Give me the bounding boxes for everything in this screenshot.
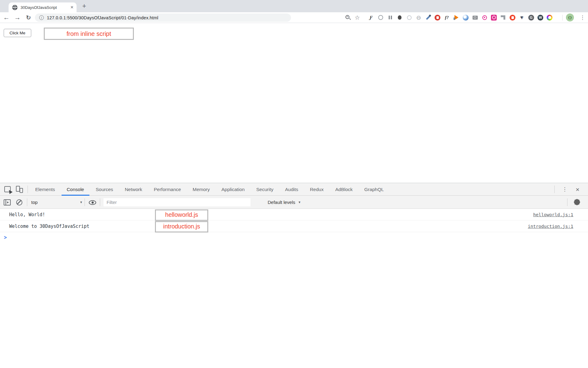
w-circle-icon-glyph: W	[539, 16, 542, 19]
font-question-icon-glyph: f?	[445, 15, 449, 20]
pink-flower-icon[interactable]	[481, 14, 488, 21]
devtools-tab-bar: ElementsConsoleSourcesNetworkPerformance…	[0, 183, 588, 196]
clear-console-icon[interactable]	[16, 199, 22, 205]
devtools-tab-console[interactable]: Console	[61, 183, 90, 196]
devtools-tab-security[interactable]: Security	[251, 183, 279, 196]
zoom-plus-glyph: +	[347, 15, 349, 18]
rainbow-ring-icon[interactable]	[547, 15, 552, 21]
heart-magnifier-icon[interactable]: ♥	[519, 14, 525, 21]
devtools-tabs: ElementsConsoleSourcesNetworkPerformance…	[29, 183, 390, 196]
live-expression-eye-icon[interactable]	[89, 200, 96, 205]
click-me-button[interactable]: Click Me	[4, 29, 31, 37]
console-message-row: Welcome to 30DaysOfJavaScriptintroductio…	[0, 220, 588, 232]
heart-magnifier-icon-glyph: ♥	[520, 15, 524, 20]
console-sidebar-icon[interactable]	[4, 199, 11, 205]
adblock-hand-icon[interactable]	[435, 15, 440, 21]
fontawesome-icon[interactable]: Ƒ	[368, 14, 374, 21]
new-tab-button[interactable]: +	[80, 2, 89, 11]
devtools-tab-memory[interactable]: Memory	[187, 183, 216, 196]
wappalyzer-bars-icon[interactable]	[387, 14, 393, 21]
browser-toolbar: ← → ↻ i 127.0.0.1:5500/30DaysOfJavaScrip…	[0, 12, 588, 23]
source-link[interactable]: introduction.js:1	[528, 224, 573, 229]
camera-icon[interactable]	[472, 14, 478, 21]
devtools-tab-elements[interactable]: Elements	[29, 183, 61, 196]
megaphone-icon[interactable]	[453, 14, 459, 21]
eyedropper-icon[interactable]	[425, 14, 431, 21]
site-info-icon[interactable]: i	[39, 15, 44, 20]
filter-input[interactable]	[104, 198, 251, 206]
w-circle-icon[interactable]: W	[537, 15, 543, 21]
log-levels-label: Default levels	[268, 200, 295, 205]
corner-blocks-icon[interactable]	[500, 14, 506, 21]
back-icon[interactable]: ←	[2, 12, 11, 23]
tab-close-icon[interactable]: ×	[70, 4, 74, 10]
devtools-tab-performance[interactable]: Performance	[148, 183, 187, 196]
profile-avatar[interactable]: {}	[566, 13, 574, 21]
devtools-tab-graphql[interactable]: GraphQL	[359, 183, 390, 196]
tab-strip: 30DaysOfJavaScript × +	[0, 0, 588, 12]
reload-icon[interactable]: ↻	[24, 12, 33, 23]
devtools-tab-application[interactable]: Application	[216, 183, 251, 196]
red-bookmark-circle-icon[interactable]	[510, 15, 515, 21]
bookmark-star-icon[interactable]: ☆	[355, 12, 360, 23]
page-content: Click Me from inline script	[0, 23, 588, 183]
log-levels-dropdown[interactable]: Default levels ▼	[268, 196, 301, 209]
console-prompt-chevron-icon: >	[4, 234, 7, 241]
devtools-panel: ElementsConsoleSourcesNetworkPerformance…	[0, 183, 588, 368]
browser-menu-icon[interactable]: ⋮	[579, 12, 586, 23]
inline-script-annotation-box: from inline script	[44, 28, 134, 40]
devtools-menu-icon[interactable]: ⋮	[560, 183, 570, 196]
chevron-down-icon: ▼	[80, 201, 83, 204]
forward-icon[interactable]: →	[13, 12, 22, 23]
device-toolbar-icon[interactable]	[16, 186, 23, 193]
console-message-text: Hello, World!	[9, 212, 45, 217]
chevron-down-icon: ▼	[298, 201, 301, 204]
pink-square-flower-icon[interactable]	[491, 15, 497, 21]
annotation-box: introduction.js	[155, 221, 208, 232]
inspect-element-icon[interactable]	[4, 186, 11, 192]
fontawesome-icon-glyph: Ƒ	[370, 15, 373, 20]
swirl-globe-icon[interactable]	[463, 15, 469, 21]
console-message-text: Welcome to 30DaysOfJavaScript	[9, 224, 89, 229]
context-selector-dropdown[interactable]: top ▼	[31, 196, 83, 209]
font-question-icon[interactable]: f?	[444, 14, 450, 21]
settings-gear-icon[interactable]	[574, 199, 580, 205]
toolbar-divider	[567, 198, 567, 206]
globe-favicon-icon	[12, 5, 17, 10]
browser-tab[interactable]: 30DaysOfJavaScript ×	[9, 2, 77, 12]
devtools-tab-redux[interactable]: Redux	[304, 183, 330, 196]
source-link[interactable]: helloworld.js:1	[533, 212, 573, 217]
minus-circle-icon[interactable]: ⊖	[416, 14, 422, 21]
devtools-tab-sources[interactable]: Sources	[90, 183, 119, 196]
devtools-divider	[554, 186, 555, 193]
devtools-tab-audits[interactable]: Audits	[279, 183, 304, 196]
toolbar-divider	[100, 198, 100, 206]
toolbar-divider	[562, 15, 563, 21]
tab-title: 30DaysOfJavaScript	[21, 5, 69, 10]
console-prompt-row[interactable]: >	[0, 232, 588, 243]
devtools-tab-adblock[interactable]: AdBlock	[330, 183, 359, 196]
toolbar-divider	[27, 198, 27, 206]
grey-ring-icon[interactable]	[378, 14, 384, 21]
browser-window: 30DaysOfJavaScript × + ← → ↻ i 127.0.0.1…	[0, 0, 588, 368]
zoom-icon[interactable]: +	[345, 15, 349, 19]
context-selector-label: top	[31, 200, 38, 205]
annotation-box: helloworld.js	[155, 209, 208, 221]
devtools-tab-network[interactable]: Network	[119, 183, 148, 196]
g-circle-icon[interactable]: G	[528, 15, 534, 21]
address-bar[interactable]: i 127.0.0.1:5500/30DaysOfJavaScript/01-D…	[35, 13, 291, 22]
extensions-area: Ƒ⊖f?♥GW	[368, 12, 552, 23]
minus-circle-icon-glyph: ⊖	[416, 15, 421, 21]
console-message-row: Hello, World!helloworld.jshelloworld.js:…	[0, 209, 588, 220]
devtools-divider	[28, 186, 28, 193]
bug-icon[interactable]	[397, 14, 403, 21]
devtools-close-icon[interactable]: ×	[572, 183, 583, 196]
console-output: Hello, World!helloworld.jshelloworld.js:…	[0, 209, 588, 368]
url-text[interactable]: 127.0.0.1:5500/30DaysOfJavaScript/01-Day…	[47, 15, 158, 20]
g-circle-icon-glyph: G	[530, 16, 533, 19]
react-devtools-icon[interactable]	[406, 14, 412, 21]
toolbar-divider	[85, 198, 85, 206]
console-toolbar: top ▼ Default levels ▼	[0, 196, 588, 209]
